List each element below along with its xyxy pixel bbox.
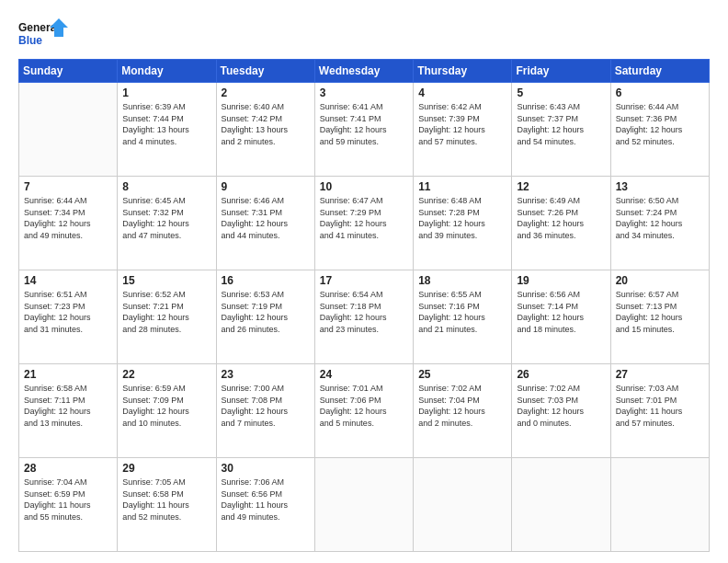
day-info: Sunrise: 6:40 AM Sunset: 7:42 PM Dayligh… [222, 101, 310, 147]
day-info: Sunrise: 7:01 AM Sunset: 7:06 PM Dayligh… [320, 383, 408, 429]
day-number: 22 [122, 368, 210, 381]
table-cell: 29Sunrise: 7:05 AM Sunset: 6:58 PM Dayli… [118, 458, 216, 552]
day-number: 1 [122, 86, 210, 99]
day-info: Sunrise: 6:53 AM Sunset: 7:19 PM Dayligh… [222, 289, 310, 335]
table-cell: 12Sunrise: 6:49 AM Sunset: 7:26 PM Dayli… [512, 177, 610, 270]
day-info: Sunrise: 6:41 AM Sunset: 7:41 PM Dayligh… [320, 101, 408, 147]
svg-text:Blue: Blue [18, 34, 42, 47]
day-number: 20 [616, 274, 704, 287]
weekday-header-row: Sunday Monday Tuesday Wednesday Thursday… [19, 60, 710, 83]
logo: General Blue [18, 17, 69, 50]
table-cell: 6Sunrise: 6:44 AM Sunset: 7:36 PM Daylig… [610, 83, 709, 177]
table-cell: 17Sunrise: 6:54 AM Sunset: 7:18 PM Dayli… [314, 270, 413, 364]
col-friday: Friday [512, 60, 610, 83]
day-number: 6 [616, 86, 704, 99]
day-number: 17 [320, 274, 408, 287]
day-number: 7 [24, 180, 112, 193]
table-cell: 18Sunrise: 6:55 AM Sunset: 7:16 PM Dayli… [414, 270, 512, 364]
calendar-table: Sunday Monday Tuesday Wednesday Thursday… [18, 59, 710, 552]
day-info: Sunrise: 6:44 AM Sunset: 7:34 PM Dayligh… [24, 195, 112, 241]
calendar-row: 21Sunrise: 6:58 AM Sunset: 7:11 PM Dayli… [19, 364, 710, 458]
day-info: Sunrise: 7:06 AM Sunset: 6:56 PM Dayligh… [222, 477, 310, 523]
day-info: Sunrise: 6:42 AM Sunset: 7:39 PM Dayligh… [418, 101, 506, 147]
day-info: Sunrise: 7:03 AM Sunset: 7:01 PM Dayligh… [616, 383, 704, 429]
day-number: 11 [418, 180, 506, 193]
day-number: 25 [418, 368, 506, 381]
table-cell [19, 83, 118, 177]
table-cell: 9Sunrise: 6:46 AM Sunset: 7:31 PM Daylig… [216, 177, 314, 270]
day-number: 9 [222, 180, 310, 193]
day-number: 23 [222, 368, 310, 381]
table-cell: 27Sunrise: 7:03 AM Sunset: 7:01 PM Dayli… [610, 364, 709, 458]
col-saturday: Saturday [610, 60, 709, 83]
day-info: Sunrise: 7:05 AM Sunset: 6:58 PM Dayligh… [122, 477, 210, 523]
day-info: Sunrise: 6:46 AM Sunset: 7:31 PM Dayligh… [222, 195, 310, 241]
day-info: Sunrise: 6:57 AM Sunset: 7:13 PM Dayligh… [616, 289, 704, 335]
day-number: 18 [418, 274, 506, 287]
table-cell [610, 458, 709, 552]
day-number: 12 [517, 180, 605, 193]
day-number: 13 [616, 180, 704, 193]
day-info: Sunrise: 7:04 AM Sunset: 6:59 PM Dayligh… [24, 477, 112, 523]
col-wednesday: Wednesday [314, 60, 413, 83]
day-info: Sunrise: 6:50 AM Sunset: 7:24 PM Dayligh… [616, 195, 704, 241]
table-cell [512, 458, 610, 552]
day-number: 3 [320, 86, 408, 99]
table-cell: 10Sunrise: 6:47 AM Sunset: 7:29 PM Dayli… [314, 177, 413, 270]
table-cell: 23Sunrise: 7:00 AM Sunset: 7:08 PM Dayli… [216, 364, 314, 458]
day-number: 24 [320, 368, 408, 381]
day-number: 8 [122, 180, 210, 193]
calendar-row: 1Sunrise: 6:39 AM Sunset: 7:44 PM Daylig… [19, 83, 710, 177]
table-cell: 30Sunrise: 7:06 AM Sunset: 6:56 PM Dayli… [216, 458, 314, 552]
day-info: Sunrise: 6:43 AM Sunset: 7:37 PM Dayligh… [517, 101, 605, 147]
day-info: Sunrise: 7:02 AM Sunset: 7:03 PM Dayligh… [517, 383, 605, 429]
day-info: Sunrise: 6:59 AM Sunset: 7:09 PM Dayligh… [122, 383, 210, 429]
day-info: Sunrise: 6:55 AM Sunset: 7:16 PM Dayligh… [418, 289, 506, 335]
day-number: 19 [517, 274, 605, 287]
day-info: Sunrise: 6:56 AM Sunset: 7:14 PM Dayligh… [517, 289, 605, 335]
table-cell: 2Sunrise: 6:40 AM Sunset: 7:42 PM Daylig… [216, 83, 314, 177]
col-thursday: Thursday [414, 60, 512, 83]
table-cell [314, 458, 413, 552]
day-info: Sunrise: 6:49 AM Sunset: 7:26 PM Dayligh… [517, 195, 605, 241]
day-info: Sunrise: 7:02 AM Sunset: 7:04 PM Dayligh… [418, 383, 506, 429]
table-cell: 1Sunrise: 6:39 AM Sunset: 7:44 PM Daylig… [118, 83, 216, 177]
day-number: 26 [517, 368, 605, 381]
table-cell: 22Sunrise: 6:59 AM Sunset: 7:09 PM Dayli… [118, 364, 216, 458]
logo-svg: General Blue [18, 17, 69, 50]
day-number: 27 [616, 368, 704, 381]
day-info: Sunrise: 6:47 AM Sunset: 7:29 PM Dayligh… [320, 195, 408, 241]
col-monday: Monday [118, 60, 216, 83]
table-cell: 8Sunrise: 6:45 AM Sunset: 7:32 PM Daylig… [118, 177, 216, 270]
day-number: 14 [24, 274, 112, 287]
day-number: 2 [222, 86, 310, 99]
page: General Blue Sunday Monday Tuesday Wedne… [0, 0, 728, 563]
day-info: Sunrise: 6:58 AM Sunset: 7:11 PM Dayligh… [24, 383, 112, 429]
day-number: 16 [222, 274, 310, 287]
day-number: 15 [122, 274, 210, 287]
table-cell [414, 458, 512, 552]
table-cell: 4Sunrise: 6:42 AM Sunset: 7:39 PM Daylig… [414, 83, 512, 177]
day-info: Sunrise: 7:00 AM Sunset: 7:08 PM Dayligh… [222, 383, 310, 429]
day-info: Sunrise: 6:45 AM Sunset: 7:32 PM Dayligh… [122, 195, 210, 241]
day-number: 4 [418, 86, 506, 99]
table-cell: 21Sunrise: 6:58 AM Sunset: 7:11 PM Dayli… [19, 364, 118, 458]
day-info: Sunrise: 6:52 AM Sunset: 7:21 PM Dayligh… [122, 289, 210, 335]
col-sunday: Sunday [19, 60, 118, 83]
calendar-row: 7Sunrise: 6:44 AM Sunset: 7:34 PM Daylig… [19, 177, 710, 270]
table-cell: 3Sunrise: 6:41 AM Sunset: 7:41 PM Daylig… [314, 83, 413, 177]
table-cell: 24Sunrise: 7:01 AM Sunset: 7:06 PM Dayli… [314, 364, 413, 458]
day-number: 21 [24, 368, 112, 381]
table-cell: 25Sunrise: 7:02 AM Sunset: 7:04 PM Dayli… [414, 364, 512, 458]
table-cell: 26Sunrise: 7:02 AM Sunset: 7:03 PM Dayli… [512, 364, 610, 458]
table-cell: 16Sunrise: 6:53 AM Sunset: 7:19 PM Dayli… [216, 270, 314, 364]
table-cell: 5Sunrise: 6:43 AM Sunset: 7:37 PM Daylig… [512, 83, 610, 177]
table-cell: 19Sunrise: 6:56 AM Sunset: 7:14 PM Dayli… [512, 270, 610, 364]
table-cell: 7Sunrise: 6:44 AM Sunset: 7:34 PM Daylig… [19, 177, 118, 270]
table-cell: 20Sunrise: 6:57 AM Sunset: 7:13 PM Dayli… [610, 270, 709, 364]
header: General Blue [18, 17, 710, 50]
calendar-row: 14Sunrise: 6:51 AM Sunset: 7:23 PM Dayli… [19, 270, 710, 364]
table-cell: 11Sunrise: 6:48 AM Sunset: 7:28 PM Dayli… [414, 177, 512, 270]
table-cell: 15Sunrise: 6:52 AM Sunset: 7:21 PM Dayli… [118, 270, 216, 364]
day-number: 29 [122, 462, 210, 475]
